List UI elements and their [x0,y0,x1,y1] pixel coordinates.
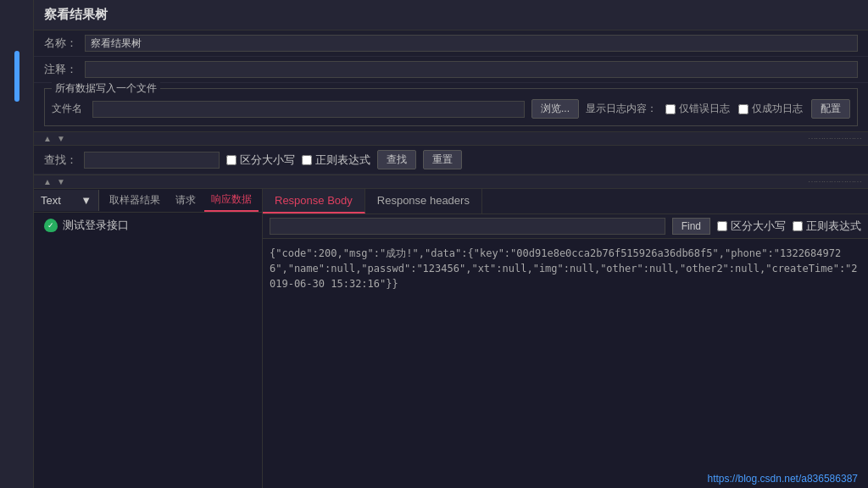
search-row: 查找： 区分大小写 正则表达式 查找 重置 [34,146,868,175]
response-body-content: {"code":200,"msg":"成功!","data":{"key":"0… [263,239,868,488]
shield-icon: ✓ [44,219,58,232]
result-panel: Text ▼ 取样器结果 请求 响应数据 ✓ 测试登录接口 [34,189,263,488]
tab-response-body[interactable]: Response Body [263,189,365,214]
file-section: 所有数据写入一个文件 文件名 浏览... 显示日志内容： 仅错误日志 仅成功日志… [44,88,858,126]
resize-handle-2: ⋯⋯⋯⋯⋯⋯⋯ [808,177,861,186]
tab-response-data[interactable]: 响应数据 [204,189,259,212]
main-panel: 察看结果树 名称： 注释： 所有数据写入一个文件 文件名 浏览... 显示日志内… [34,0,868,488]
response-regex-checkbox[interactable] [793,221,803,231]
error-only-checkbox[interactable] [665,104,676,114]
divider-row-2: ▲ ▼ ⋯⋯⋯⋯⋯⋯⋯ [34,175,868,189]
comment-label: 注释： [44,62,78,77]
collapse-arrow-up[interactable]: ▲ [41,134,54,143]
sidebar-indicator [14,51,19,102]
file-label: 文件名 [52,102,86,116]
section-title: 所有数据写入一个文件 [52,81,160,96]
selector-tabs-row: Text ▼ 取样器结果 请求 响应数据 [34,189,262,213]
collapse-arrow-down[interactable]: ▼ [54,134,68,143]
content-area: Text ▼ 取样器结果 请求 响应数据 ✓ 测试登录接口 [34,189,868,488]
tab-request[interactable]: 请求 [169,190,203,211]
left-sidebar [0,0,34,488]
response-regex-label: 正则表达式 [806,219,861,234]
file-input[interactable] [92,101,525,118]
divider-row-1: ▲ ▼ ⋯⋯⋯⋯⋯⋯⋯ [34,131,868,146]
browse-button[interactable]: 浏览... [531,99,579,119]
response-regex-container: 正则表达式 [793,219,861,234]
log-row: 显示日志内容： 仅错误日志 仅成功日志 配置 [586,99,850,119]
tabs-bar: 取样器结果 请求 响应数据 [99,189,262,212]
search-input[interactable] [84,152,220,169]
success-only-label: 仅成功日志 [752,102,803,116]
dropdown-arrow-icon: ▼ [81,194,92,207]
comment-row: 注释： [34,57,868,83]
success-only-checkbox[interactable] [738,104,748,114]
response-find-button[interactable]: Find [672,218,710,235]
error-only-label: 仅错误日志 [679,102,730,116]
resize-handle: ⋯⋯⋯⋯⋯⋯⋯ [808,134,861,143]
name-label: 名称： [44,36,78,51]
error-only-checkbox-container: 仅错误日志 [665,102,730,116]
page-title: 察看结果树 [44,7,108,21]
case-label: 区分大小写 [240,152,295,168]
title-bar: 察看结果树 [34,0,868,30]
response-search-input[interactable] [270,218,665,235]
type-value: Text [41,194,61,207]
response-body-text: {"code":200,"msg":"成功!","data":{"key":"0… [270,247,858,290]
response-case-label: 区分大小写 [731,219,786,234]
search-label: 查找： [44,152,77,168]
regex-checkbox[interactable] [302,155,312,165]
bottom-url: https://blog.csdn.net/a836586387 [698,469,868,488]
regex-checkbox-container: 正则表达式 [302,152,370,168]
tab-sampler-result[interactable]: 取样器结果 [103,190,167,211]
response-panel: Response Body Response headers Find 区分大小… [263,189,868,488]
response-search-bar: Find 区分大小写 正则表达式 [263,214,868,239]
tab-response-headers[interactable]: Response headers [365,189,482,214]
response-case-container: 区分大小写 [717,219,786,234]
case-checkbox-container: 区分大小写 [226,152,295,168]
type-dropdown[interactable]: Text ▼ [34,190,99,211]
response-case-checkbox[interactable] [717,221,727,231]
collapse-arrow-up-2[interactable]: ▲ [41,177,54,186]
reset-button[interactable]: 重置 [423,150,462,169]
log-label: 显示日志内容： [586,102,657,116]
name-input[interactable] [85,35,858,52]
success-only-checkbox-container: 仅成功日志 [738,102,803,116]
tree-item-login[interactable]: ✓ 测试登录接口 [34,213,262,238]
collapse-arrow-down-2[interactable]: ▼ [54,177,68,186]
tree-item-label: 测试登录接口 [63,218,129,233]
find-button[interactable]: 查找 [377,150,416,169]
config-button[interactable]: 配置 [811,99,850,119]
regex-label: 正则表达式 [315,152,370,168]
case-checkbox[interactable] [226,155,236,165]
name-row: 名称： [34,30,868,57]
comment-input[interactable] [85,61,858,78]
response-tabs: Response Body Response headers [263,189,868,214]
file-row: 文件名 浏览... 显示日志内容： 仅错误日志 仅成功日志 配置 [52,96,850,122]
